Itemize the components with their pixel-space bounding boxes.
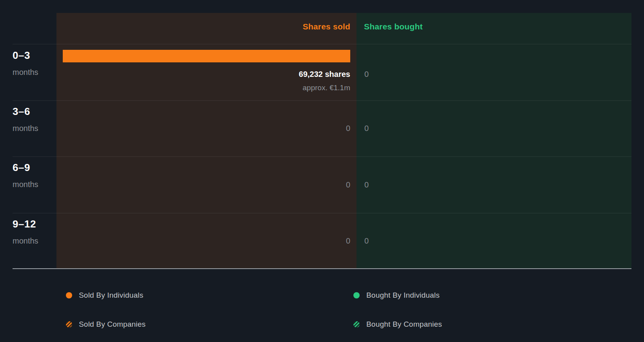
bought-individuals-dot-icon xyxy=(353,292,360,298)
insider-trading-chart: Shares sold Shares bought 0–3 months 69,… xyxy=(0,0,644,342)
row-label-3-6: 3–6 xyxy=(13,106,30,117)
bought-value-3-6: 0 xyxy=(364,123,369,133)
sold-value-3-6: 0 xyxy=(346,123,350,133)
sold-approx-value-0-3: approx. €1.1m xyxy=(303,83,350,93)
row-label-0-3: 0–3 xyxy=(13,49,30,61)
sold-value-9-12: 0 xyxy=(346,236,350,246)
shares-bought-header: Shares bought xyxy=(364,22,423,31)
bought-companies-striped-dot-icon xyxy=(353,321,360,327)
row-divider xyxy=(13,156,631,157)
row-unit-3-6: months xyxy=(13,124,38,133)
row-divider xyxy=(13,100,631,101)
bought-value-0-3: 0 xyxy=(364,69,369,79)
legend-sold-individuals: Sold By Individuals xyxy=(79,291,143,300)
row-label-9-12: 9–12 xyxy=(13,218,36,230)
legend-bought-companies: Bought By Companies xyxy=(366,320,442,329)
shares-bought-panel xyxy=(357,13,631,269)
sold-bar-0-3-months xyxy=(63,50,350,62)
sold-shares-value-0-3: 69,232 shares xyxy=(299,69,350,79)
row-unit-9-12: months xyxy=(13,236,38,246)
sold-value-6-9: 0 xyxy=(346,180,350,190)
bought-value-6-9: 0 xyxy=(364,180,369,190)
row-unit-6-9: months xyxy=(13,180,38,189)
legend-bought-individuals: Bought By Individuals xyxy=(366,291,440,300)
row-unit-0-3: months xyxy=(13,67,38,77)
row-divider xyxy=(13,213,631,213)
sold-individuals-dot-icon xyxy=(66,292,72,298)
row-divider xyxy=(13,44,631,44)
bought-value-9-12: 0 xyxy=(364,236,369,246)
legend-sold-companies: Sold By Companies xyxy=(79,320,146,329)
sold-companies-striped-dot-icon xyxy=(66,321,72,327)
chart-baseline xyxy=(13,268,631,269)
row-label-6-9: 6–9 xyxy=(13,162,30,173)
shares-sold-header: Shares sold xyxy=(303,22,350,31)
